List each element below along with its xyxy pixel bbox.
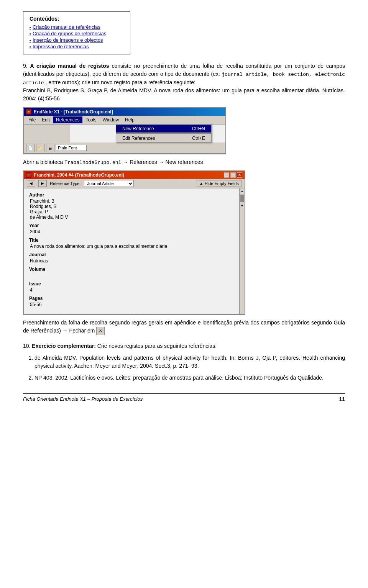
scroll-thumb[interactable] xyxy=(240,195,244,202)
dropdown-edit-references[interactable]: Edit References Ctrl+E xyxy=(116,134,211,142)
toc-bullet-4: ▪ xyxy=(30,44,31,49)
endnote-titlebar: E EndNote X1 - [TrabalhodeGrupo.enl] xyxy=(24,108,225,116)
toc-link-1: Criação manual de referências xyxy=(33,24,100,30)
close-btn[interactable]: ✕ xyxy=(237,172,242,178)
exercise-list: de Almeida MDV. Population levels and pa… xyxy=(34,354,345,382)
instruction-line: Abrir a biblioteca TrabalhodeGrupo.enl →… xyxy=(23,158,345,167)
title-label: Title xyxy=(29,237,234,243)
author-value-4: de Almeida, M D V xyxy=(30,215,234,220)
toc-link-3: Inserção de imagens e objectos xyxy=(33,37,103,43)
minimize-btn[interactable]: _ xyxy=(224,172,229,178)
author-value-3: Graça, P xyxy=(30,209,234,215)
year-value: 2004 xyxy=(30,229,234,234)
toc-bullet-1: ▪ xyxy=(30,25,31,29)
journal-value: Nutrícias xyxy=(30,258,234,264)
ref-scrollbar[interactable]: ▲ ▼ xyxy=(239,188,245,314)
exercise-item-1-text: de Almeida MDV. Population levels and pa… xyxy=(34,355,345,369)
nav-forward-btn[interactable]: ▶ xyxy=(38,180,47,187)
scroll-down-arrow[interactable]: ▼ xyxy=(240,203,245,208)
title-field-group: Title A nova roda dos alimentos: um guia… xyxy=(29,237,234,249)
new-reference-label: New Reference xyxy=(122,126,154,131)
edit-references-label: Edit References xyxy=(122,136,155,141)
instruction-arrow1: → xyxy=(121,159,130,165)
endnote-title: EndNote X1 - [TrabalhodeGrupo.enl] xyxy=(34,109,113,115)
maximize-btn[interactable]: □ xyxy=(230,172,236,178)
issue-value: 4 xyxy=(30,287,234,293)
toc-title: Conteúdos: xyxy=(30,16,124,22)
section10: 10. Exercício complementar: Crie novos r… xyxy=(23,342,345,382)
year-label: Year xyxy=(29,223,234,228)
ref-type-select[interactable]: Journal Article xyxy=(84,180,134,187)
journal-field-group: Journal Nutrícias xyxy=(29,252,234,264)
toc-item-1[interactable]: ▪ Criação manual de referências xyxy=(30,24,124,30)
issue-field-group: Issue 4 xyxy=(29,281,234,293)
ref-form-toolbar: ◀ ▶ Reference Type: Journal Article ▲ Hi… xyxy=(24,179,245,188)
toc-bullet-3: ▪ xyxy=(30,38,31,43)
ref-type-label: Reference Type: xyxy=(50,181,81,186)
volume-value xyxy=(30,273,234,278)
toolbar-open-btn[interactable]: 📁 xyxy=(36,144,44,152)
section10-intro: Crie novos registos para as seguintes re… xyxy=(97,343,217,349)
footer-page: 11 xyxy=(339,396,345,402)
section10-title: 10. Exercício complementar: Crie novos r… xyxy=(23,342,345,350)
toc-item-3[interactable]: ▪ Inserção de imagens e objectos xyxy=(30,37,124,43)
menu-window[interactable]: Window xyxy=(99,116,122,123)
instruction-text: Abrir a biblioteca xyxy=(23,159,64,165)
instruction-filename: TrabalhodeGrupo.enl xyxy=(64,160,121,165)
hide-fields-btn[interactable]: ▲ Hide Empty Fields xyxy=(197,180,242,187)
close-icon[interactable]: ✕ xyxy=(96,327,105,335)
toolbar-print-btn[interactable]: 🖨 xyxy=(46,144,54,152)
ref-form-screenshot: E Franchini, 2004 #4 (TrabalhodeGrupo.en… xyxy=(23,170,245,315)
section9-reference: Franchini B, Rodrigues S, Graça P, de Al… xyxy=(23,87,345,102)
exercise-item-2-text: NP 403. 2002, Lacticínios e ovos. Leites… xyxy=(34,375,324,381)
menu-help[interactable]: Help xyxy=(122,116,138,123)
scroll-up-arrow[interactable]: ▲ xyxy=(240,188,245,194)
issue-label: Issue xyxy=(29,281,234,287)
year-field-group: Year 2004 xyxy=(29,223,234,234)
author-label: Author xyxy=(29,192,234,198)
page-footer: Ficha Orientada Endnote X1 – Proposta de… xyxy=(23,393,345,402)
new-reference-shortcut: Ctrl+N xyxy=(192,126,205,131)
pages-value: 55-56 xyxy=(30,302,234,307)
author-value-1: Franchini, B xyxy=(30,198,234,204)
endnote-app-icon: E xyxy=(26,109,31,115)
menu-references[interactable]: References xyxy=(53,116,82,123)
closing-text: Preenchimento da folha de recolha segund… xyxy=(23,319,345,334)
toolbar-new-btn[interactable]: 📄 xyxy=(26,144,34,152)
toc-link-2: Criação de grupos de referências xyxy=(33,31,106,36)
ref-form-inner: Author Franchini, B Rodrigues, S Graça, … xyxy=(24,188,245,314)
endnote-screenshot: E EndNote X1 - [TrabalhodeGrupo.enl] Fil… xyxy=(23,107,226,154)
section9-number: 9. xyxy=(23,63,28,69)
pages-label: Pages xyxy=(29,296,234,301)
section9-body2: , entre outros); crie um novo registo pa… xyxy=(46,79,196,85)
endnote-menubar: File Edit References Tools Window Help xyxy=(24,116,225,124)
volume-field-group: Volume xyxy=(29,267,234,278)
ref-app-icon: E xyxy=(26,172,31,178)
endnote-toolbar: 📄 📁 🖨 Plain Font xyxy=(24,142,225,154)
font-selector[interactable]: Plain Font xyxy=(56,145,87,151)
menu-file[interactable]: File xyxy=(25,116,39,123)
title-value: A nova roda dos alimentos: um guia para … xyxy=(30,244,234,249)
nav-back-btn[interactable]: ◀ xyxy=(27,180,35,187)
menu-edit[interactable]: Edit xyxy=(39,116,53,123)
ref-form-content: Author Franchini, B Rodrigues, S Graça, … xyxy=(24,188,239,314)
table-of-contents: Conteúdos: ▪ Criação manual de referênci… xyxy=(23,11,130,54)
window-controls: _ □ ✕ xyxy=(224,172,242,178)
menu-tools[interactable]: Tools xyxy=(82,116,99,123)
section10-heading: Exercício complementar: xyxy=(32,343,96,349)
author-value-2: Rodrigues, S xyxy=(30,204,234,209)
dropdown-separator xyxy=(116,133,211,134)
exercise-item-2: NP 403. 2002, Lacticínios e ovos. Leites… xyxy=(34,374,345,382)
toc-item-4[interactable]: ▪ Impressão de referências xyxy=(30,44,124,49)
toc-link-4: Impressão de referências xyxy=(33,44,89,49)
toc-bullet-2: ▪ xyxy=(30,31,31,36)
footer-title: Ficha Orientada Endnote X1 – Proposta de… xyxy=(23,396,143,402)
dropdown-new-reference[interactable]: New Reference Ctrl+N xyxy=(116,125,211,133)
ref-window-title: Franchini, 2004 #4 (TrabalhodeGrupo.enl) xyxy=(34,172,124,178)
references-dropdown: New Reference Ctrl+N Edit References Ctr… xyxy=(116,124,212,142)
section9-paragraph: 9. A criação manual de registos consiste… xyxy=(23,62,345,103)
pages-field-group: Pages 55-56 xyxy=(29,296,234,307)
toc-item-2[interactable]: ▪ Criação de grupos de referências xyxy=(30,31,124,36)
closing-instruction: Preenchimento da folha de recolha segund… xyxy=(23,319,345,335)
edit-references-shortcut: Ctrl+E xyxy=(192,136,205,141)
